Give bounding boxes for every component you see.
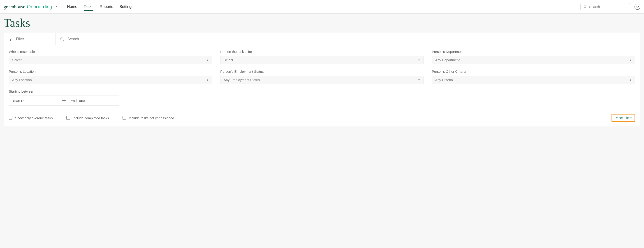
checkbox-label: Show only overdue tasks [15, 116, 53, 120]
filter-grid: Who is responsible Select... ▼ Person th… [9, 50, 635, 84]
reset-filters-button[interactable]: Reset Filters [612, 114, 635, 122]
product-switcher[interactable]: greenhouse Onboarding [4, 4, 58, 10]
field-employment-status: Person's Employment Status Any Employmen… [220, 70, 424, 84]
start-date-slot: Start Date [13, 99, 58, 103]
nav-home[interactable]: Home [67, 1, 77, 13]
checkbox-overdue[interactable]: Show only overdue tasks [9, 116, 53, 120]
end-date-slot: End Date [71, 99, 115, 103]
app-header: greenhouse Onboarding Home Tasks Reports… [0, 0, 644, 14]
field-department: Person's Department Any Department ▼ [432, 50, 635, 64]
svg-point-2 [60, 38, 63, 40]
header-right: YA [580, 3, 640, 10]
filter-icon [9, 37, 13, 41]
field-label: Person's Other Criteria [432, 70, 635, 73]
filter-label: Filter [16, 37, 44, 41]
select-location[interactable]: Any Location ▼ [9, 76, 212, 84]
arrow-right-icon [62, 98, 66, 103]
filter-search[interactable] [56, 33, 640, 45]
field-label: Person's Location [9, 70, 212, 73]
select-responsible[interactable]: Select... ▼ [9, 56, 212, 64]
select-placeholder: Select... [224, 58, 236, 62]
caret-down-icon: ▼ [206, 59, 209, 61]
filter-search-input[interactable] [68, 37, 636, 41]
chevron-down-icon [55, 5, 58, 9]
filter-top-row: Filter [4, 33, 640, 45]
chevron-up-icon [48, 37, 50, 41]
search-icon [60, 37, 64, 41]
filter-toggle[interactable]: Filter [4, 33, 56, 45]
select-person-for[interactable]: Select... ▼ [220, 56, 424, 64]
svg-line-3 [63, 40, 64, 41]
field-label: Starting between [9, 89, 119, 93]
page-title: Tasks [4, 16, 640, 30]
search-icon [583, 5, 587, 9]
caret-down-icon: ▼ [418, 79, 420, 81]
field-label: Person the task is for [220, 50, 424, 54]
select-department[interactable]: Any Department ▼ [432, 56, 635, 64]
checkbox-not-assigned[interactable]: Include tasks not yet assigned [122, 116, 174, 120]
svg-line-1 [586, 8, 586, 8]
field-other-criteria: Person's Other Criteria Any Criteria ▼ [432, 70, 635, 84]
svg-point-0 [584, 6, 586, 8]
checkbox-icon [9, 116, 12, 120]
checkbox-completed[interactable]: Include completed tasks [66, 116, 109, 120]
select-placeholder: Any Location [12, 78, 32, 82]
select-placeholder: Select... [12, 58, 24, 62]
field-person-for: Person the task is for Select... ▼ [220, 50, 424, 64]
checkbox-label: Include completed tasks [73, 116, 109, 120]
nav-settings[interactable]: Settings [120, 1, 133, 13]
select-placeholder: Any Department [435, 58, 460, 62]
select-placeholder: Any Criteria [435, 78, 453, 82]
nav-tasks[interactable]: Tasks [84, 1, 94, 13]
filter-footer: Show only overdue tasks Include complete… [9, 106, 635, 122]
select-other-criteria[interactable]: Any Criteria ▼ [432, 76, 635, 84]
caret-down-icon: ▼ [629, 79, 632, 81]
field-label: Person's Employment Status [220, 70, 424, 73]
global-search-input[interactable] [589, 5, 632, 9]
logo-onboarding: Onboarding [27, 4, 52, 10]
date-range-picker[interactable]: Start Date End Date [9, 96, 119, 106]
select-placeholder: Any Employment Status [224, 78, 260, 82]
field-responsible: Who is responsible Select... ▼ [9, 50, 212, 64]
filter-body: Who is responsible Select... ▼ Person th… [4, 45, 640, 126]
page: Tasks Filter Who is responsible [0, 14, 644, 131]
checkbox-icon [122, 116, 126, 120]
main-nav: Home Tasks Reports Settings [67, 1, 580, 13]
field-location: Person's Location Any Location ▼ [9, 70, 212, 84]
caret-down-icon: ▼ [418, 59, 420, 61]
field-starting-between: Starting between Start Date End Date [9, 89, 119, 106]
select-employment-status[interactable]: Any Employment Status ▼ [220, 76, 424, 84]
nav-reports[interactable]: Reports [100, 1, 113, 13]
logo-greenhouse: greenhouse [4, 4, 25, 10]
caret-down-icon: ▼ [629, 59, 632, 61]
caret-down-icon: ▼ [206, 79, 209, 81]
avatar[interactable]: YA [634, 4, 640, 10]
filter-panel: Filter Who is responsible Select... ▼ [4, 33, 640, 126]
field-label: Person's Department [432, 50, 635, 54]
global-search[interactable] [580, 3, 630, 10]
checkbox-label: Include tasks not yet assigned [129, 116, 174, 120]
checkbox-icon [66, 116, 70, 120]
field-label: Who is responsible [9, 50, 212, 54]
